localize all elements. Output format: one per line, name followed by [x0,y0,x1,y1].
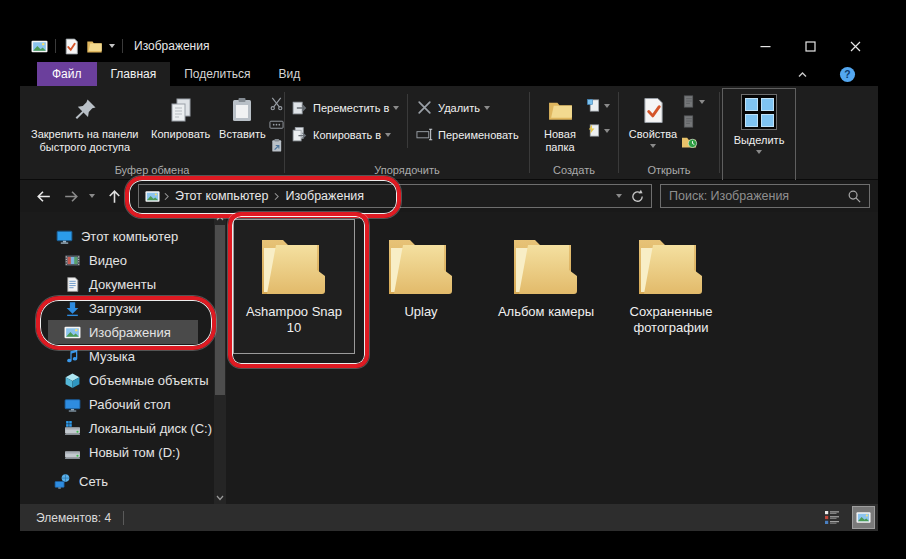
group-label-organize: Упорядочить [285,164,529,176]
scroll-up-icon[interactable] [214,212,226,224]
edit-icon[interactable] [681,114,696,129]
ribbon-group-select: Выделить [722,88,796,181]
desktop-icon [64,396,81,413]
divider [123,511,124,525]
move-to-icon [291,99,308,116]
tab-home[interactable]: Главная [97,62,171,86]
breadcrumb-item-computer[interactable]: Этот компьютер [173,189,270,203]
group-label-open: Открыть [619,164,719,176]
sidebar-item-music[interactable]: Музыка [20,344,226,368]
breadcrumb-item-pictures[interactable]: Изображения [283,189,366,203]
recent-locations-chevron-icon[interactable] [89,194,95,198]
copy-path-icon[interactable] [269,117,284,132]
file-list: Ashampoo Snap 10 Uplay Альбом камеры Сох… [226,212,878,504]
sidebar-item-videos[interactable]: Видео [20,248,226,272]
drive-icon [64,444,81,461]
network-icon [54,473,71,490]
copy-button[interactable]: Копировать [146,92,216,141]
maximize-icon [805,41,816,52]
computer-icon [56,228,73,245]
tab-view[interactable]: Вид [264,62,314,86]
chevron-right-icon [160,190,173,203]
easy-access-button[interactable] [586,123,610,138]
properties-quick-icon[interactable] [63,38,80,55]
select-all-icon [741,94,777,130]
search-icon[interactable] [847,189,862,204]
sidebar-item-new-volume-d[interactable]: Новый том (D:) [20,440,226,464]
address-history-chevron-icon[interactable] [616,194,622,198]
new-folder-quick-icon[interactable] [86,38,103,55]
sidebar-item-3d-objects[interactable]: Объемные объекты [20,368,226,392]
scroll-down-icon[interactable] [214,492,226,504]
ribbon-group-organize: Переместить в Копировать в Удалить [285,86,529,179]
refresh-icon[interactable] [630,189,645,204]
delete-icon [416,99,433,116]
new-folder-button[interactable]: Новая папка [534,92,586,154]
group-label-clipboard: Буфер обмена [20,164,284,176]
items-count: Элементов: 4 [36,511,111,525]
cut-icon[interactable] [269,96,284,111]
delete-button[interactable]: Удалить [416,94,526,121]
forward-icon[interactable] [62,187,81,206]
rename-icon [416,126,433,143]
folder-icon [508,228,584,300]
copy-to-button[interactable]: Копировать в [291,121,407,148]
tab-file[interactable]: Файл [37,62,97,86]
rename-button[interactable]: Переименовать [416,121,526,148]
paste-shortcut-icon[interactable] [269,138,284,153]
scrollbar-thumb[interactable] [215,225,225,395]
window-title: Изображения [134,39,209,53]
chevron-down-icon [650,144,656,148]
thumbnail-view-icon [855,510,872,525]
pictures-window-icon [31,38,48,55]
folder-tile-ashampoo-snap-10[interactable]: Ashampoo Snap 10 [233,219,355,354]
details-view-icon[interactable] [824,510,841,525]
system-drive-icon [64,420,81,437]
back-icon[interactable] [34,187,53,206]
properties-button[interactable]: Свойства [625,92,681,148]
maximize-button[interactable] [788,30,833,62]
music-icon [64,348,81,365]
chevron-down-icon [604,129,610,133]
folder-tile-camera-album[interactable]: Альбом камеры [485,220,607,320]
pictures-icon [145,189,160,204]
ribbon-group-clipboard: Закрепить на панели быстрого доступа Коп… [20,86,284,179]
status-bar: Элементов: 4 [20,504,878,531]
chevron-down-icon [604,104,610,108]
history-icon[interactable] [681,134,698,149]
sidebar-item-downloads[interactable]: Загрузки [20,296,226,320]
sidebar-item-local-disk-c[interactable]: Локальный диск (C:) [20,416,226,440]
sidebar-item-this-pc[interactable]: Этот компьютер [20,224,226,248]
move-to-button[interactable]: Переместить в [291,94,407,121]
paste-icon [229,97,255,123]
paste-button[interactable]: Вставить [216,92,269,141]
group-label-create: Создать [530,164,618,176]
pin-to-quick-access-button[interactable]: Закрепить на панели быстрого доступа [24,92,146,154]
breadcrumb[interactable]: Этот компьютер Изображения [138,184,652,208]
folder-tile-uplay[interactable]: Uplay [360,220,482,320]
ribbon-tabs: Файл Главная Поделиться Вид ? [20,62,878,86]
collapse-ribbon-icon[interactable] [796,68,809,81]
sidebar-scrollbar[interactable] [214,212,226,504]
tab-share[interactable]: Поделиться [170,62,264,86]
folder-tile-saved-photos[interactable]: Сохраненные фотографии [610,220,732,336]
open-button[interactable] [681,94,705,109]
sidebar-item-desktop[interactable]: Рабочий стол [20,392,226,416]
ribbon-group-create: Новая папка Создать [530,86,618,179]
minimize-button[interactable] [743,30,788,62]
sidebar-item-pictures[interactable]: Изображения [48,320,198,344]
sidebar-item-network[interactable]: Сеть [20,469,226,493]
videos-icon [64,252,81,269]
search-input[interactable] [661,185,849,207]
help-icon[interactable]: ? [839,66,856,83]
cube-icon [64,372,81,389]
thumbnail-view-button[interactable] [852,506,875,529]
new-item-button[interactable] [586,98,610,113]
close-button[interactable] [833,30,878,62]
svg-text:?: ? [844,69,850,80]
select-button[interactable]: Выделить [723,89,795,154]
sidebar-item-documents[interactable]: Документы [20,272,226,296]
qat-customize-chevron-icon[interactable] [109,44,115,48]
up-icon[interactable] [105,187,124,206]
new-item-icon [586,98,601,113]
